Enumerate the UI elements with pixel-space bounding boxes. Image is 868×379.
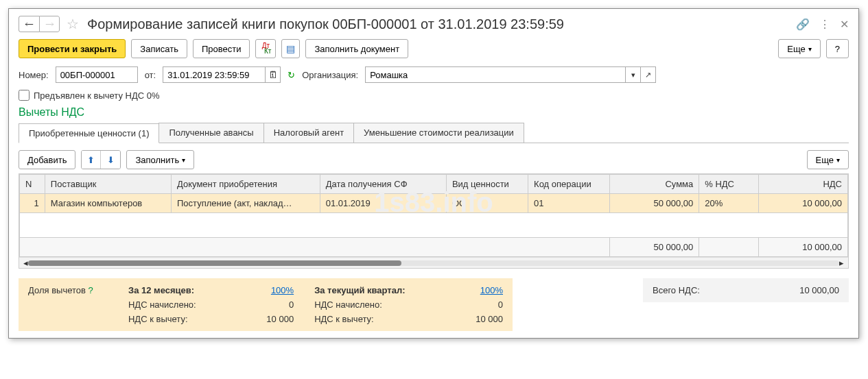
table-more-button[interactable]: Еще: [807, 150, 849, 169]
table-row[interactable]: 1 Магазин компьютеров Поступление (акт, …: [20, 194, 848, 213]
window-title: Формирование записей книги покупок 00БП-…: [87, 16, 792, 32]
vat-accrued-label-12: НДС начислено:: [128, 299, 211, 310]
cell-n: 1: [20, 194, 45, 213]
quarter-label: За текущий квартал:: [314, 285, 420, 295]
total-vat-box: Всего НДС: 10 000,00: [643, 278, 849, 302]
deduction-summary: Доля вычетов ? За 12 месяцев: 100% За те…: [19, 278, 513, 331]
form-row-main: Номер: от: 🗓 ↻ Организация: ▾ ↗: [19, 66, 849, 83]
tab-decrease-cost[interactable]: Уменьшение стоимости реализации: [353, 123, 524, 143]
org-dropdown-icon[interactable]: ▾: [626, 66, 641, 83]
forward-button[interactable]: 🡒: [39, 16, 60, 32]
cell-sfdate: 01.01.2019: [320, 194, 446, 213]
cell-supplier: Магазин компьютеров: [45, 194, 171, 213]
org-open-icon[interactable]: ↗: [641, 66, 656, 83]
cell-vat: 10 000,00: [758, 194, 847, 213]
back-button[interactable]: 🡐: [19, 16, 39, 32]
cell-sum: 50 000,00: [610, 194, 699, 213]
kebab-menu-icon[interactable]: ⋮: [819, 18, 830, 31]
add-row-button[interactable]: Добавить: [19, 150, 75, 169]
col-sfdate[interactable]: Дата получения СФ: [320, 175, 446, 194]
period12-label: За 12 месяцев:: [128, 285, 211, 295]
close-icon[interactable]: ✕: [840, 18, 849, 31]
dt-kt-button[interactable]: Дт Кт: [255, 39, 276, 58]
empty-row: [20, 213, 848, 238]
col-supplier[interactable]: Поставщик: [45, 175, 171, 194]
col-opcode[interactable]: Код операции: [528, 175, 610, 194]
vat0-checkbox[interactable]: [19, 90, 30, 101]
total-vat-label: Всего НДС:: [653, 285, 700, 295]
total-vat: 10 000,00: [758, 238, 847, 257]
col-n[interactable]: N: [20, 175, 45, 194]
post-and-close-button[interactable]: Провести и закрыть: [19, 39, 126, 58]
fill-document-button[interactable]: Заполнить документ: [305, 39, 408, 58]
scroll-right-icon[interactable]: ▸: [839, 258, 844, 268]
tabs: Приобретенные ценности (1) Полученные ав…: [19, 123, 849, 143]
vat-accrued-q: 0: [441, 299, 503, 310]
structure-button[interactable]: ▤: [281, 39, 300, 58]
titlebar: 🡐 🡒 ☆ Формирование записей книги покупок…: [19, 16, 849, 32]
org-input[interactable]: [365, 66, 626, 83]
cell-vatpct: 20%: [699, 194, 759, 213]
section-title: Вычеты НДС: [19, 106, 849, 119]
cell-opcode: 01: [528, 194, 610, 213]
save-button[interactable]: Записать: [131, 39, 187, 58]
tab-received-advances[interactable]: Полученные авансы: [159, 123, 263, 143]
vat-deduct-label-12: НДС к вычету:: [128, 314, 211, 324]
totals-row: 50 000,00 10 000,00: [20, 238, 848, 257]
calendar-icon[interactable]: 🗓: [266, 66, 281, 83]
grid-header-row: N Поставщик Документ приобретения Дата п…: [20, 175, 848, 194]
vat-deduct-q: 10 000: [441, 314, 503, 324]
more-button[interactable]: Еще: [778, 39, 820, 58]
col-vatpct[interactable]: % НДС: [699, 175, 759, 194]
post-button[interactable]: Провести: [193, 39, 250, 58]
org-label: Организация:: [302, 70, 358, 80]
period12-pct-link[interactable]: 100%: [271, 285, 294, 295]
link-icon[interactable]: 🔗: [796, 18, 810, 31]
col-sum[interactable]: Сумма: [610, 175, 699, 194]
share-label: Доля вычетов: [28, 285, 86, 295]
tab-tax-agent[interactable]: Налоговый агент: [263, 123, 354, 143]
main-toolbar: Провести и закрыть Записать Провести Дт …: [19, 39, 849, 58]
favorite-star-icon[interactable]: ☆: [67, 16, 79, 32]
total-vat-value: 10 000,00: [799, 285, 839, 295]
vat-deduct-12: 10 000: [231, 314, 294, 324]
horizontal-scrollbar[interactable]: ◂ ▸: [19, 257, 848, 268]
cell-doc: Поступление (акт, наклад…: [172, 194, 320, 213]
move-up-button[interactable]: ⬆: [82, 151, 101, 169]
col-valuetype[interactable]: Вид ценности: [446, 175, 528, 194]
help-button[interactable]: ?: [826, 39, 849, 58]
total-sum: 50 000,00: [610, 238, 699, 257]
refresh-icon[interactable]: ↻: [288, 70, 295, 80]
date-input[interactable]: [163, 66, 266, 83]
col-doc[interactable]: Документ приобретения: [172, 175, 320, 194]
date-from-label: от:: [145, 70, 156, 80]
table-toolbar: Добавить ⬆ ⬇ Заполнить Еще: [19, 150, 849, 169]
scroll-left-icon[interactable]: ◂: [23, 258, 28, 268]
scrollbar-thumb[interactable]: [28, 260, 401, 266]
vat-accrued-label-q: НДС начислено:: [314, 299, 420, 310]
tab-acquired-values[interactable]: Приобретенные ценности (1): [19, 123, 159, 143]
cell-valuetype: ОС: [446, 194, 528, 213]
quarter-pct-link[interactable]: 100%: [480, 285, 503, 295]
vat0-checkbox-label: Предъявлен к вычету НДС 0%: [34, 90, 160, 101]
grid: N Поставщик Документ приобретения Дата п…: [19, 173, 849, 269]
help-question-icon[interactable]: ?: [89, 285, 93, 295]
number-input[interactable]: [56, 66, 138, 83]
move-down-button[interactable]: ⬇: [101, 151, 120, 169]
vat-accrued-12: 0: [231, 299, 294, 310]
col-vat[interactable]: НДС: [758, 175, 847, 194]
vat-deduct-label-q: НДС к вычету:: [314, 314, 420, 324]
number-label: Номер:: [19, 70, 49, 80]
fill-table-button[interactable]: Заполнить: [126, 150, 194, 169]
vat0-checkbox-row: Предъявлен к вычету НДС 0%: [19, 90, 849, 101]
